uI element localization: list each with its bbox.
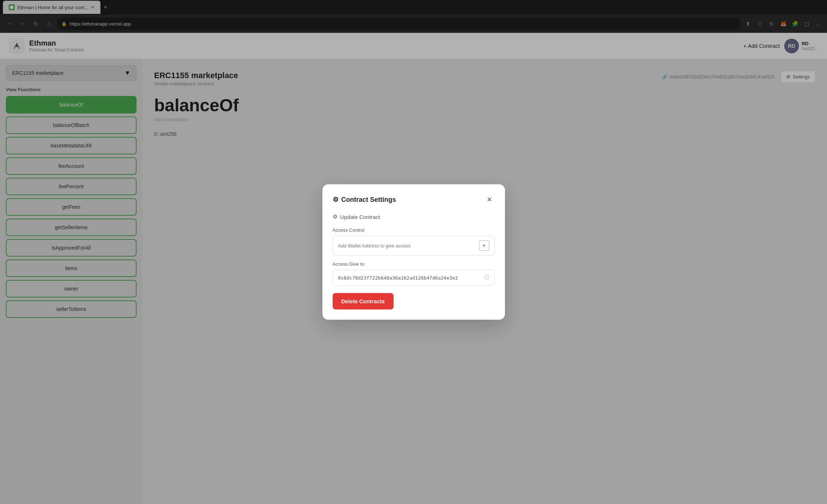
modal-header: ⚙ Contract Settings ✕ — [333, 195, 495, 205]
modal-title: ⚙ Contract Settings — [333, 196, 396, 204]
access-control-label: Access Control — [333, 227, 495, 233]
delete-contracts-button[interactable]: Delete Contracts — [333, 293, 394, 309]
access-address-row: 0x8dc78d23f722b648a36a162ad126b4fd6a24e3… — [333, 270, 495, 286]
settings-icon: ⚙ — [333, 196, 338, 204]
access-address-text: 0x8dc78d23f722b648a36a162ad126b4fd6a24e3… — [338, 275, 481, 281]
update-contract-icon: ⚙ — [333, 213, 337, 220]
contract-settings-modal: ⚙ Contract Settings ✕ ⚙ Update Contract … — [322, 184, 505, 320]
add-wallet-button[interactable]: + — [479, 241, 489, 251]
wallet-address-input[interactable] — [338, 243, 476, 249]
wallet-input-row: + — [333, 236, 495, 255]
update-contract-button[interactable]: ⚙ Update Contract — [333, 213, 380, 220]
modal-close-button[interactable]: ✕ — [485, 195, 495, 205]
modal-overlay: ⚙ Contract Settings ✕ ⚙ Update Contract … — [0, 0, 827, 504]
access-address-copy-icon[interactable]: ⓘ — [484, 274, 489, 281]
access-give-label: Access Give to: — [333, 261, 495, 267]
